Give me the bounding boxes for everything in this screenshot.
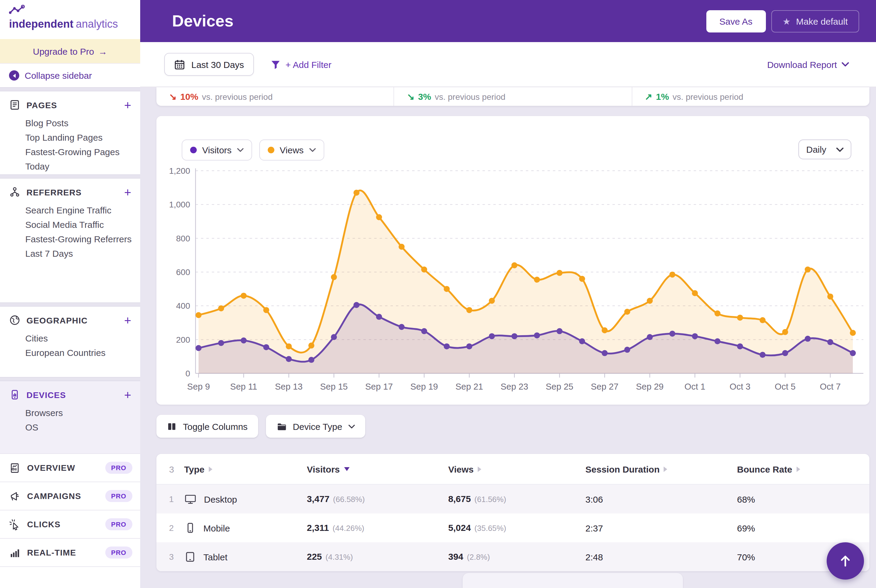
chart-point-visitors[interactable] <box>218 340 224 346</box>
chart-point-visitors[interactable] <box>737 343 743 350</box>
chart-point-views[interactable] <box>376 214 382 220</box>
sidebar-section-header-pages[interactable]: PAGES+ <box>9 99 131 111</box>
chart-point-visitors[interactable] <box>692 333 698 339</box>
chart-point-views[interactable] <box>466 307 472 313</box>
chart-point-visitors[interactable] <box>669 331 675 337</box>
column-header-views[interactable]: Views <box>448 464 585 474</box>
table-row[interactable]: 1Desktop3,477(66.58%)8,675(61.56%)3:0668… <box>156 484 869 513</box>
chart-point-visitors[interactable] <box>579 338 585 344</box>
chart-point-views[interactable] <box>398 244 404 250</box>
chart-point-visitors[interactable] <box>714 338 720 344</box>
chart-point-visitors[interactable] <box>489 333 495 339</box>
chart-point-views[interactable] <box>714 310 720 316</box>
sidebar-item-european-countries[interactable]: European Countries <box>25 346 131 360</box>
table-row[interactable]: 2Mobile2,311(44.26%)5,024(35.65%)2:3769% <box>156 513 869 542</box>
chart-point-visitors[interactable] <box>286 356 292 362</box>
chart-point-views[interactable] <box>827 293 833 299</box>
chart-point-views[interactable] <box>782 329 788 335</box>
column-header-session[interactable]: Session Duration <box>585 464 737 474</box>
sidebar-item-cities[interactable]: Cities <box>25 331 131 346</box>
make-default-button[interactable]: ★ Make default <box>771 10 859 32</box>
sidebar-item-overview[interactable]: OVERVIEWPRO <box>0 453 140 482</box>
chart-point-views[interactable] <box>692 290 698 296</box>
sidebar-item-fastest-growing-referrers[interactable]: Fastest-Growing Referrers <box>25 232 131 246</box>
chart-point-views[interactable] <box>647 298 653 304</box>
chart-point-views[interactable] <box>240 293 247 299</box>
sidebar-item-social-media-traffic[interactable]: Social Media Traffic <box>25 218 131 232</box>
chart-point-visitors[interactable] <box>624 346 630 352</box>
chart-point-visitors[interactable] <box>760 352 766 358</box>
chart-point-visitors[interactable] <box>647 334 653 340</box>
chart-point-visitors[interactable] <box>511 333 517 339</box>
chart-point-views[interactable] <box>556 270 562 276</box>
chart-point-visitors[interactable] <box>421 328 427 334</box>
column-header-bounce[interactable]: Bounce Rate <box>737 464 869 474</box>
add-report-icon[interactable]: + <box>124 101 131 109</box>
sidebar-item-browsers[interactable]: Browsers <box>25 406 131 420</box>
chart-point-views[interactable] <box>602 327 608 333</box>
chart-point-visitors[interactable] <box>602 350 608 356</box>
add-report-icon[interactable]: + <box>124 188 131 196</box>
date-range-button[interactable]: Last 30 Days <box>164 53 254 76</box>
upgrade-to-pro-link[interactable]: Upgrade to Pro → <box>0 39 140 64</box>
chart-point-views[interactable] <box>218 305 224 311</box>
legend-views-dropdown[interactable]: Views <box>259 140 324 160</box>
sidebar-item-last-7-days[interactable]: Last 7 Days <box>25 246 131 261</box>
chart-point-visitors[interactable] <box>353 302 359 308</box>
chart-point-visitors[interactable] <box>805 336 811 342</box>
chart-point-visitors[interactable] <box>240 337 247 343</box>
add-report-icon[interactable]: + <box>124 390 131 399</box>
chart-point-views[interactable] <box>286 343 292 350</box>
sidebar-section-header-devices[interactable]: DEVICES+ <box>9 389 131 400</box>
chart-point-views[interactable] <box>534 277 540 283</box>
sidebar-item-top-landing-pages[interactable]: Top Landing Pages <box>25 130 131 145</box>
sidebar-item-campaigns[interactable]: CAMPAIGNSPRO <box>0 482 140 510</box>
chart-point-views[interactable] <box>624 309 630 315</box>
chart-point-visitors[interactable] <box>263 344 269 350</box>
chart-point-views[interactable] <box>760 317 766 323</box>
chart-point-views[interactable] <box>737 315 743 321</box>
chart-point-visitors[interactable] <box>444 343 450 350</box>
chart-point-visitors[interactable] <box>534 333 540 339</box>
sidebar-section-header-geographic[interactable]: GEOGRAPHIC+ <box>9 315 131 326</box>
sidebar-item-fastest-growing-pages[interactable]: Fastest-Growing Pages <box>25 145 131 159</box>
chart-point-visitors[interactable] <box>398 324 404 330</box>
scroll-to-top-button[interactable] <box>826 542 864 580</box>
sidebar-item-search-engine-traffic[interactable]: Search Engine Traffic <box>25 203 131 218</box>
chart-point-views[interactable] <box>263 307 269 313</box>
chart-point-views[interactable] <box>489 298 495 304</box>
collapse-sidebar-button[interactable]: Collapse sidebar <box>0 64 140 87</box>
chart-point-views[interactable] <box>195 312 201 318</box>
toggle-columns-button[interactable]: Toggle Columns <box>156 415 258 438</box>
add-filter-button[interactable]: + Add Filter <box>270 58 767 70</box>
chart-point-visitors[interactable] <box>466 343 472 350</box>
chart-point-visitors[interactable] <box>331 334 337 340</box>
sidebar-item-realtime[interactable]: REAL-TIMEPRO <box>0 538 140 566</box>
save-as-button[interactable]: Save As <box>706 10 766 32</box>
chart-point-views[interactable] <box>579 276 585 282</box>
sidebar-item-today[interactable]: Today <box>25 159 131 174</box>
chart-point-views[interactable] <box>421 267 427 273</box>
chart-point-visitors[interactable] <box>782 350 788 356</box>
sidebar-item-os[interactable]: OS <box>25 420 131 435</box>
device-type-dropdown[interactable]: Device Type <box>266 415 365 438</box>
chart-point-views[interactable] <box>669 272 675 278</box>
chart-point-visitors[interactable] <box>195 345 201 351</box>
chart-point-views[interactable] <box>805 267 811 273</box>
chart-point-views[interactable] <box>444 286 450 292</box>
column-header-visitors[interactable]: Visitors <box>307 464 448 474</box>
chart-point-views[interactable] <box>353 190 359 196</box>
sidebar-item-clicks[interactable]: CLICKSPRO <box>0 510 140 538</box>
chart-point-visitors[interactable] <box>827 339 833 345</box>
download-report-button[interactable]: Download Report <box>767 59 849 69</box>
chart-point-views[interactable] <box>331 274 337 280</box>
sidebar-section-header-referrers[interactable]: REFERRERS+ <box>9 186 131 198</box>
add-report-icon[interactable]: + <box>124 316 131 324</box>
chart-point-visitors[interactable] <box>850 350 856 356</box>
chart-point-views[interactable] <box>511 262 517 268</box>
chart-point-visitors[interactable] <box>376 314 382 320</box>
chart-point-visitors[interactable] <box>308 357 314 363</box>
table-row[interactable]: 3Tablet225(4.31%)394(2.8%)2:4870% <box>156 542 869 571</box>
chart-point-views[interactable] <box>850 330 856 336</box>
sidebar-item-blog-posts[interactable]: Blog Posts <box>25 116 131 130</box>
